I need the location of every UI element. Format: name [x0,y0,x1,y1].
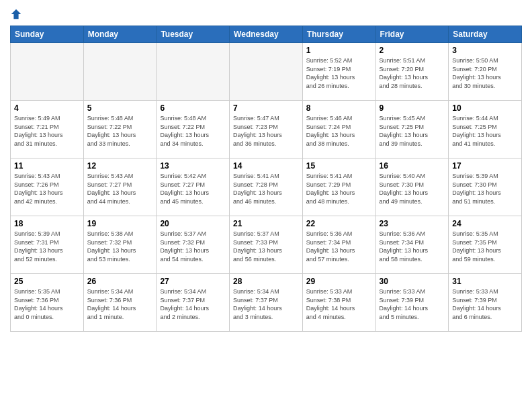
day-info: Sunrise: 5:35 AM Sunset: 7:36 PM Dayligh… [14,287,80,321]
day-number: 24 [452,219,518,228]
day-info: Sunrise: 5:49 AM Sunset: 7:21 PM Dayligh… [14,114,80,148]
day-number: 27 [160,277,226,286]
calendar-cell: 14Sunrise: 5:41 AM Sunset: 7:28 PM Dayli… [230,158,303,216]
week-row-2: 11Sunrise: 5:43 AM Sunset: 7:26 PM Dayli… [11,158,522,216]
calendar-cell: 13Sunrise: 5:42 AM Sunset: 7:27 PM Dayli… [157,158,230,216]
day-number: 8 [306,103,372,113]
calendar-cell: 11Sunrise: 5:43 AM Sunset: 7:26 PM Dayli… [11,158,84,216]
day-info: Sunrise: 5:37 AM Sunset: 7:32 PM Dayligh… [160,230,226,263]
calendar-cell [157,43,230,101]
day-number: 22 [306,219,372,228]
day-info: Sunrise: 5:33 AM Sunset: 7:39 PM Dayligh… [452,287,518,321]
calendar-cell: 31Sunrise: 5:33 AM Sunset: 7:39 PM Dayli… [449,274,522,332]
weekday-header-saturday: Saturday [449,26,522,43]
day-number: 1 [306,46,372,55]
day-info: Sunrise: 5:50 AM Sunset: 7:20 PM Dayligh… [452,56,518,90]
day-info: Sunrise: 5:35 AM Sunset: 7:35 PM Dayligh… [452,230,518,263]
day-number: 3 [452,46,518,55]
calendar-cell: 28Sunrise: 5:34 AM Sunset: 7:37 PM Dayli… [230,274,303,332]
day-number: 20 [160,219,226,228]
weekday-header-wednesday: Wednesday [230,26,303,43]
weekday-header-row: SundayMondayTuesdayWednesdayThursdayFrid… [11,26,522,43]
day-number: 26 [87,277,153,286]
calendar-cell: 18Sunrise: 5:39 AM Sunset: 7:31 PM Dayli… [11,216,84,274]
calendar-cell: 29Sunrise: 5:33 AM Sunset: 7:38 PM Dayli… [302,274,375,332]
week-row-0: 1Sunrise: 5:52 AM Sunset: 7:19 PM Daylig… [11,43,522,101]
calendar-cell: 16Sunrise: 5:40 AM Sunset: 7:30 PM Dayli… [375,158,449,216]
calendar-cell: 23Sunrise: 5:36 AM Sunset: 7:34 PM Dayli… [375,216,449,274]
day-info: Sunrise: 5:34 AM Sunset: 7:36 PM Dayligh… [87,287,153,321]
day-number: 21 [233,219,299,228]
calendar-cell: 9Sunrise: 5:45 AM Sunset: 7:25 PM Daylig… [375,101,449,158]
day-info: Sunrise: 5:41 AM Sunset: 7:28 PM Dayligh… [233,172,299,205]
day-info: Sunrise: 5:36 AM Sunset: 7:34 PM Dayligh… [306,230,372,263]
day-info: Sunrise: 5:48 AM Sunset: 7:22 PM Dayligh… [160,114,226,148]
header [10,7,522,20]
day-info: Sunrise: 5:39 AM Sunset: 7:30 PM Dayligh… [452,172,518,205]
day-info: Sunrise: 5:36 AM Sunset: 7:34 PM Dayligh… [380,230,445,263]
calendar-cell: 22Sunrise: 5:36 AM Sunset: 7:34 PM Dayli… [302,216,375,274]
day-number: 7 [233,103,299,113]
calendar-cell: 3Sunrise: 5:50 AM Sunset: 7:20 PM Daylig… [449,43,522,101]
day-number: 15 [306,161,372,171]
day-number: 6 [160,103,226,113]
calendar-cell [11,43,84,101]
day-info: Sunrise: 5:52 AM Sunset: 7:19 PM Dayligh… [306,56,372,90]
day-number: 29 [306,277,372,286]
day-number: 31 [452,277,518,286]
calendar-cell: 19Sunrise: 5:38 AM Sunset: 7:32 PM Dayli… [83,216,157,274]
svg-marker-0 [11,9,21,19]
calendar-cell: 21Sunrise: 5:37 AM Sunset: 7:33 PM Dayli… [230,216,303,274]
weekday-header-sunday: Sunday [11,26,84,43]
logo [10,7,25,20]
day-info: Sunrise: 5:42 AM Sunset: 7:27 PM Dayligh… [160,172,226,205]
week-row-3: 18Sunrise: 5:39 AM Sunset: 7:31 PM Dayli… [11,216,522,274]
day-number: 17 [452,161,518,171]
weekday-header-friday: Friday [375,26,449,43]
day-number: 14 [233,161,299,171]
calendar-cell: 24Sunrise: 5:35 AM Sunset: 7:35 PM Dayli… [449,216,522,274]
day-info: Sunrise: 5:47 AM Sunset: 7:23 PM Dayligh… [233,114,299,148]
day-info: Sunrise: 5:45 AM Sunset: 7:25 PM Dayligh… [380,114,445,148]
day-info: Sunrise: 5:34 AM Sunset: 7:37 PM Dayligh… [233,287,299,321]
calendar-cell: 12Sunrise: 5:43 AM Sunset: 7:27 PM Dayli… [83,158,157,216]
day-number: 5 [87,103,153,113]
day-number: 30 [380,277,445,286]
day-info: Sunrise: 5:41 AM Sunset: 7:29 PM Dayligh… [306,172,372,205]
calendar-cell: 2Sunrise: 5:51 AM Sunset: 7:20 PM Daylig… [375,43,449,101]
day-number: 28 [233,277,299,286]
calendar-cell [230,43,303,101]
day-info: Sunrise: 5:39 AM Sunset: 7:31 PM Dayligh… [14,230,80,263]
day-info: Sunrise: 5:44 AM Sunset: 7:25 PM Dayligh… [452,114,518,148]
day-info: Sunrise: 5:37 AM Sunset: 7:33 PM Dayligh… [233,230,299,263]
calendar-cell: 20Sunrise: 5:37 AM Sunset: 7:32 PM Dayli… [157,216,230,274]
day-number: 23 [380,219,445,228]
day-info: Sunrise: 5:40 AM Sunset: 7:30 PM Dayligh… [380,172,445,205]
calendar-cell [83,43,157,101]
calendar-table: SundayMondayTuesdayWednesdayThursdayFrid… [10,26,522,332]
day-number: 11 [14,161,80,171]
weekday-header-tuesday: Tuesday [157,26,230,43]
day-number: 18 [14,219,80,228]
calendar-cell: 17Sunrise: 5:39 AM Sunset: 7:30 PM Dayli… [449,158,522,216]
logo-icon [10,8,22,20]
calendar-cell: 5Sunrise: 5:48 AM Sunset: 7:22 PM Daylig… [83,101,157,158]
calendar-cell: 8Sunrise: 5:46 AM Sunset: 7:24 PM Daylig… [302,101,375,158]
calendar-cell: 7Sunrise: 5:47 AM Sunset: 7:23 PM Daylig… [230,101,303,158]
weekday-header-monday: Monday [83,26,157,43]
day-number: 13 [160,161,226,171]
calendar-cell: 10Sunrise: 5:44 AM Sunset: 7:25 PM Dayli… [449,101,522,158]
calendar-cell: 15Sunrise: 5:41 AM Sunset: 7:29 PM Dayli… [302,158,375,216]
calendar-cell: 6Sunrise: 5:48 AM Sunset: 7:22 PM Daylig… [157,101,230,158]
day-info: Sunrise: 5:43 AM Sunset: 7:27 PM Dayligh… [87,172,153,205]
day-info: Sunrise: 5:43 AM Sunset: 7:26 PM Dayligh… [14,172,80,205]
day-info: Sunrise: 5:48 AM Sunset: 7:22 PM Dayligh… [87,114,153,148]
day-number: 25 [14,277,80,286]
day-number: 2 [380,46,445,55]
week-row-1: 4Sunrise: 5:49 AM Sunset: 7:21 PM Daylig… [11,101,522,158]
calendar-cell: 1Sunrise: 5:52 AM Sunset: 7:19 PM Daylig… [302,43,375,101]
calendar-cell: 30Sunrise: 5:33 AM Sunset: 7:39 PM Dayli… [375,274,449,332]
day-info: Sunrise: 5:38 AM Sunset: 7:32 PM Dayligh… [87,230,153,263]
calendar-cell: 25Sunrise: 5:35 AM Sunset: 7:36 PM Dayli… [11,274,84,332]
day-number: 10 [452,103,518,113]
